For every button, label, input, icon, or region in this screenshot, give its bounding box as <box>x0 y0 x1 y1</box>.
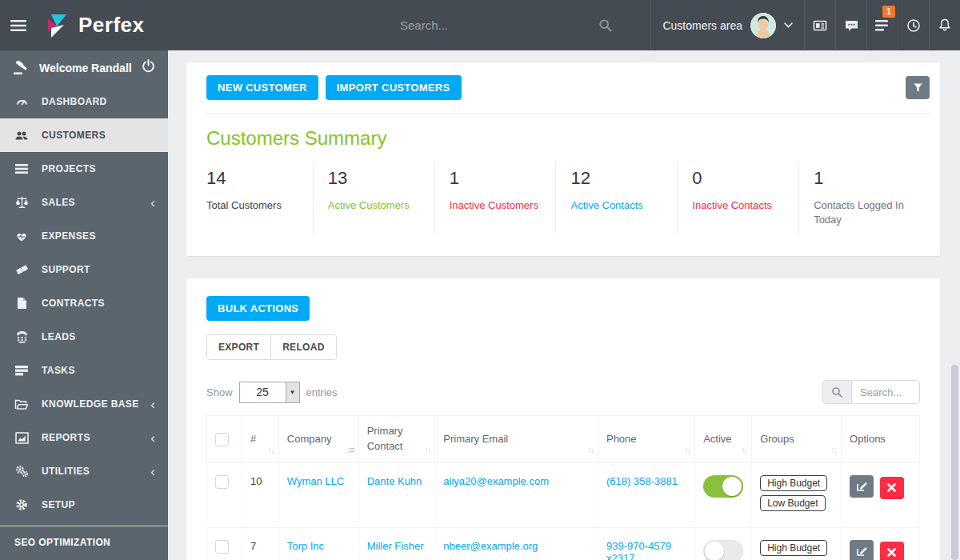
avatar <box>750 13 776 38</box>
customer-id: 7 <box>242 528 278 560</box>
sidebar-nav: DASHBOARD CUSTOMERS PROJECTS SALES ‹ EXP… <box>0 85 168 522</box>
column-header-company[interactable]: Company↓≡ <box>278 416 358 463</box>
column-header-options: Options <box>842 416 920 463</box>
customers-table: #↑↓ Company↓≡ Primary Contact↑↓ Primary … <box>206 415 920 560</box>
phone-link[interactable]: 939-970-4579 x2317 <box>606 540 671 560</box>
funnel-icon <box>913 82 923 93</box>
delete-button[interactable] <box>880 542 904 560</box>
projects-icon <box>13 163 30 174</box>
welcome-label: Welcome Randall <box>39 62 132 74</box>
newspaper-button[interactable] <box>804 0 835 50</box>
chevron-left-icon: ‹ <box>150 398 155 411</box>
sidebar-item-leads[interactable]: LEADS <box>0 320 168 354</box>
row-checkbox[interactable] <box>215 540 229 554</box>
column-header-active[interactable]: Active↑↓ <box>695 416 752 463</box>
delete-button[interactable] <box>880 477 904 499</box>
sidebar: Welcome Randall DASHBOARD CUSTOMERS PROJ… <box>0 50 168 560</box>
sales-icon <box>13 196 30 209</box>
leads-icon <box>13 331 30 343</box>
edit-button[interactable] <box>850 540 874 560</box>
primary-contact-link[interactable]: Dante Kuhn <box>367 475 422 487</box>
page-length-control: Show 25 ▼ entries <box>206 382 338 403</box>
sidebar-item-support[interactable]: SUPPORT <box>0 253 168 286</box>
sidebar-welcome: Welcome Randall <box>0 50 168 85</box>
chat-icon <box>844 18 859 33</box>
sort-desc-icon: ↓≡ <box>347 445 354 454</box>
show-label: Show <box>206 386 233 398</box>
table-search-input[interactable] <box>852 381 919 403</box>
filter-button[interactable] <box>906 76 930 99</box>
chevron-left-icon: ‹ <box>150 431 155 445</box>
sort-icon: ↑↓ <box>587 445 593 454</box>
logout-button[interactable] <box>142 59 155 76</box>
select-all-checkbox[interactable] <box>215 433 229 446</box>
active-toggle[interactable] <box>703 540 743 560</box>
reports-icon <box>13 432 30 444</box>
menu-toggle-button[interactable] <box>0 0 37 50</box>
company-link[interactable]: Wyman LLC <box>287 475 344 487</box>
timers-button[interactable] <box>898 0 929 50</box>
sidebar-item-setup[interactable]: SETUP <box>0 488 168 522</box>
primary-email-link[interactable]: aliya20@example.com <box>443 475 549 487</box>
active-toggle[interactable] <box>703 475 743 498</box>
hamburger-icon <box>10 19 26 32</box>
sidebar-item-tasks[interactable]: TASKS <box>0 354 168 387</box>
brand-logo[interactable]: Perfex <box>37 0 161 50</box>
column-header-id[interactable]: #↑↓ <box>242 416 278 463</box>
group-badge: High Budget <box>760 475 827 491</box>
company-link[interactable]: Torp Inc <box>287 540 324 552</box>
divider <box>206 113 930 114</box>
x-icon <box>887 548 896 557</box>
customers-area-menu[interactable]: Customers area <box>650 0 804 50</box>
gavel-icon <box>13 61 28 75</box>
x-icon <box>887 483 896 492</box>
sort-icon: ↑↓ <box>268 445 274 454</box>
primary-contact-link[interactable]: Miller Fisher <box>367 540 424 552</box>
sidebar-item-dashboard[interactable]: DASHBOARD <box>0 85 168 118</box>
stat-total-customers: 14 Total Customers <box>206 162 313 234</box>
group-badge: Low Budget <box>760 495 825 511</box>
primary-email-link[interactable]: nbeer@example.org <box>443 540 538 552</box>
stat-inactive-contacts: 0 Inactive Contacts <box>677 162 798 234</box>
page-length-select[interactable]: 25 ▼ <box>239 382 300 403</box>
todo-list-icon <box>875 19 890 32</box>
stat-active-contacts: 12 Active Contacts <box>555 162 677 234</box>
sidebar-item-utilities[interactable]: UTILITIES ‹ <box>0 454 168 488</box>
sidebar-item-reports[interactable]: REPORTS ‹ <box>0 421 168 454</box>
chat-button[interactable] <box>835 0 866 50</box>
column-header-primary-contact[interactable]: Primary Contact↑↓ <box>358 416 435 463</box>
column-header-primary-email[interactable]: Primary Email↑↓ <box>435 416 598 463</box>
phone-link[interactable]: (618) 358-3881 <box>606 475 678 487</box>
table-search-button[interactable] <box>823 381 852 403</box>
export-button[interactable]: EXPORT <box>207 335 270 359</box>
setup-icon <box>13 498 30 511</box>
sidebar-item-customers[interactable]: CUSTOMERS <box>0 118 168 152</box>
column-header-phone[interactable]: Phone↑↓ <box>598 416 694 463</box>
new-customer-button[interactable]: NEW CUSTOMER <box>206 75 318 100</box>
edit-button[interactable] <box>850 475 874 498</box>
column-header-groups[interactable]: Groups↑↓ <box>752 416 842 463</box>
search-icon[interactable] <box>598 18 613 33</box>
select-all-header[interactable] <box>207 416 242 463</box>
table-row: 7 Torp Inc Miller Fisher nbeer@example.o… <box>207 528 920 560</box>
sidebar-item-expenses[interactable]: EXPENSES <box>0 219 168 253</box>
sidebar-item-contracts[interactable]: CONTRACTS <box>0 286 168 320</box>
sidebar-item-seo-optimization[interactable]: SEO OPTIMIZATION <box>0 526 168 558</box>
global-search-input[interactable] <box>400 18 598 32</box>
sidebar-item-sales[interactable]: SALES ‹ <box>0 186 168 219</box>
notifications-button[interactable] <box>929 0 960 50</box>
entries-label: entries <box>306 386 338 398</box>
sidebar-item-projects[interactable]: PROJECTS <box>0 152 168 186</box>
sidebar-item-knowledge-base[interactable]: KNOWLEDGE BASE ‹ <box>0 387 168 421</box>
reload-button[interactable]: RELOAD <box>270 335 335 359</box>
chevron-left-icon: ‹ <box>150 196 155 210</box>
row-checkbox[interactable] <box>215 475 229 489</box>
page-scrollbar[interactable] <box>951 365 958 560</box>
knowledge-base-icon <box>13 398 30 410</box>
todo-list-button[interactable]: 1 <box>866 0 898 50</box>
bulk-actions-button[interactable]: BULK ACTIONS <box>206 296 310 321</box>
sort-icon: ↑↓ <box>684 445 690 454</box>
newspaper-icon <box>813 18 827 33</box>
import-customers-button[interactable]: IMPORT CUSTOMERS <box>326 75 462 100</box>
power-icon <box>142 59 155 73</box>
